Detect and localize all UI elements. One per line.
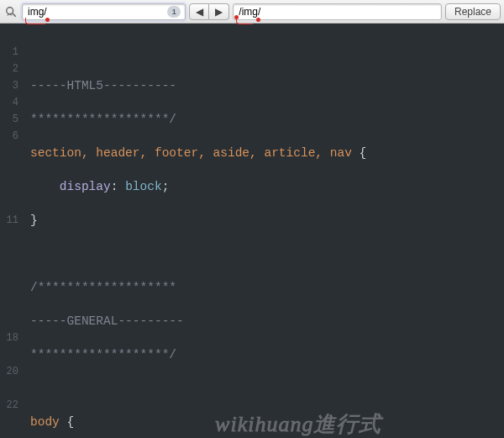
line-gutter: 12345611182022: [0, 24, 24, 438]
match-count-badge: 1: [167, 6, 181, 18]
code-area[interactable]: -----HTML5---------- *******************…: [24, 24, 390, 438]
nav-buttons: ◀ ▶: [189, 3, 229, 20]
replace-input[interactable]: [233, 3, 442, 20]
svg-line-1: [13, 13, 16, 16]
search-input[interactable]: [22, 3, 186, 20]
next-match-button[interactable]: ▶: [209, 3, 229, 20]
search-input-wrap: 1: [22, 3, 186, 20]
find-replace-toolbar: 1 ◀ ▶ Replace: [0, 0, 504, 24]
code-editor[interactable]: 12345611182022 -----HTML5---------- ****…: [0, 24, 504, 438]
search-icon[interactable]: [3, 4, 18, 19]
replace-button[interactable]: Replace: [445, 3, 501, 20]
prev-match-button[interactable]: ◀: [189, 3, 209, 20]
